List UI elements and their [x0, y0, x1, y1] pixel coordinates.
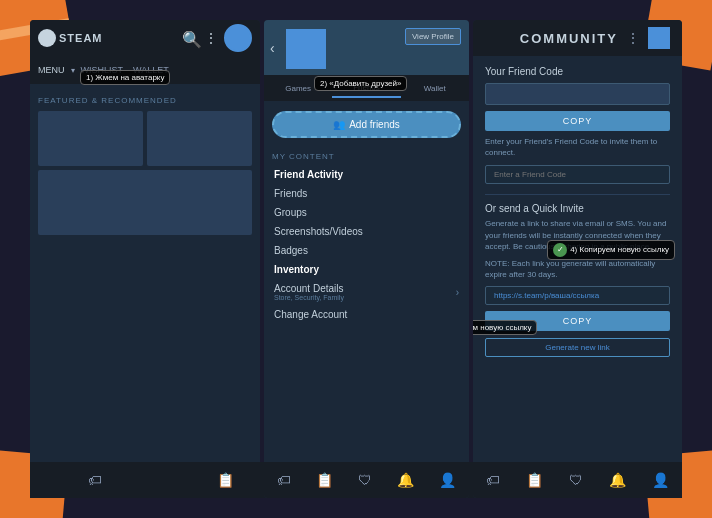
community-panel: COMMUNITY ⋮ Your Friend Code COPY Enter …: [473, 20, 682, 498]
note-text: NOTE: Each link you generate will automa…: [485, 258, 670, 280]
right-shield-icon[interactable]: 🛡: [569, 472, 583, 488]
profile-tab-wallet[interactable]: Wallet: [401, 80, 469, 97]
featured-item-1: [38, 111, 143, 166]
annotation-4-tooltip: ✓ 4) Копируем новую ссылку: [547, 240, 675, 260]
friend-code-section: Your Friend Code COPY Enter your Friend'…: [485, 66, 670, 184]
menu-item-friends[interactable]: Friends: [272, 184, 461, 203]
friend-code-input[interactable]: [485, 83, 670, 105]
my-content-label: MY CONTENT: [272, 152, 461, 161]
add-friends-label: Add friends: [349, 119, 400, 130]
menu-item-groups[interactable]: Groups: [272, 203, 461, 222]
annotation-3-text: 3) Создаем новую ссылку: [473, 323, 531, 332]
middle-list-icon[interactable]: 📋: [316, 472, 333, 488]
bottom-list-icon[interactable]: 📋: [217, 472, 234, 488]
quick-invite-section: Or send a Quick Invite Generate a link t…: [485, 203, 670, 357]
profile-header: ‹ View Profile: [264, 20, 469, 75]
link-url-text: https://s.team/p/ваша/ссылка: [494, 291, 599, 300]
middle-bell-icon[interactable]: 🔔: [397, 472, 414, 488]
right-bottom-nav: 🏷 📋 🛡 🔔 👤: [473, 462, 682, 498]
annotation-3-tooltip: 3) Создаем новую ссылку: [473, 320, 537, 335]
left-bottom-nav: 🏷 📋 🛡 🔔 ☰: [30, 462, 260, 498]
profile-panel: ‹ View Profile 2) «Добавить друзей» Game…: [264, 20, 469, 498]
menu-dots-icon[interactable]: ⋮: [204, 30, 218, 46]
link-display: https://s.team/p/ваша/ссылка: [485, 286, 670, 305]
bottom-tag-icon[interactable]: 🏷: [88, 472, 102, 488]
steam-client-panel: STEAM 🔍 ⋮ 1) Жмем на аватарку MENU ▾ WIS…: [30, 20, 260, 498]
featured-item-2: [147, 111, 252, 166]
back-arrow-icon[interactable]: ‹: [270, 40, 275, 56]
community-avatar: [648, 27, 670, 49]
community-content: Your Friend Code COPY Enter your Friend'…: [473, 56, 682, 462]
annotation-1-tooltip: 1) Жмем на аватарку: [80, 70, 170, 85]
featured-label: FEATURED & RECOMMENDED: [38, 96, 252, 105]
middle-user-icon[interactable]: 👤: [439, 472, 456, 488]
main-container: STEAM 🔍 ⋮ 1) Жмем на аватарку MENU ▾ WIS…: [30, 20, 682, 498]
steam-label: STEAM: [59, 32, 103, 44]
right-tag-icon[interactable]: 🏷: [486, 472, 500, 488]
nav-tab-menu[interactable]: MENU: [34, 63, 69, 77]
search-icon[interactable]: 🔍: [182, 30, 198, 46]
menu-item-screenshots[interactable]: Screenshots/Videos: [272, 222, 461, 241]
steam-header: STEAM 🔍 ⋮: [30, 20, 260, 56]
steam-icon: [38, 29, 56, 47]
right-list-icon[interactable]: 📋: [526, 472, 543, 488]
menu-item-account-details[interactable]: Account Details Store, Security, Family …: [272, 279, 461, 305]
quick-invite-title: Or send a Quick Invite: [485, 203, 670, 214]
featured-grid: [38, 111, 252, 235]
enter-friend-code-input[interactable]: [485, 165, 670, 184]
community-header: COMMUNITY ⋮: [473, 20, 682, 56]
divider: [485, 194, 670, 195]
menu-item-inventory[interactable]: Inventory: [272, 260, 461, 279]
menu-dropdown-arrow: ▾: [71, 66, 75, 75]
right-user-icon[interactable]: 👤: [652, 472, 669, 488]
annotation-2-tooltip: 2) «Добавить друзей»: [314, 76, 407, 91]
user-avatar[interactable]: [224, 24, 252, 52]
header-icons: 🔍 ⋮: [182, 24, 252, 52]
copy-friend-code-button[interactable]: COPY: [485, 111, 670, 131]
annotation-1-text: 1) Жмем на аватарку: [86, 73, 164, 82]
annotation-2-text: 2) «Добавить друзей»: [320, 79, 401, 88]
menu-item-badges[interactable]: Badges: [272, 241, 461, 260]
check-icon: ✓: [553, 243, 567, 257]
steam-logo: STEAM: [38, 29, 103, 47]
profile-avatar: [286, 29, 326, 69]
left-content: FEATURED & RECOMMENDED: [30, 84, 260, 243]
middle-tag-icon[interactable]: 🏷: [277, 472, 291, 488]
generate-new-link-button[interactable]: Generate new link: [485, 338, 670, 357]
right-bell-icon[interactable]: 🔔: [609, 472, 626, 488]
community-title: COMMUNITY: [520, 31, 618, 46]
menu-item-friend-activity[interactable]: Friend Activity: [272, 165, 461, 184]
community-menu-icon[interactable]: ⋮: [626, 30, 640, 46]
middle-shield-icon[interactable]: 🛡: [358, 472, 372, 488]
friend-code-title: Your Friend Code: [485, 66, 670, 77]
account-details-arrow: ›: [456, 287, 459, 298]
featured-item-3: [38, 170, 252, 235]
view-profile-button[interactable]: View Profile: [405, 28, 461, 45]
annotation-4-text: 4) Копируем новую ссылку: [570, 245, 669, 254]
my-content-section: MY CONTENT Friend Activity Friends Group…: [264, 148, 469, 328]
add-friends-button[interactable]: 👥 Add friends: [272, 111, 461, 138]
menu-item-change-account[interactable]: Change Account: [272, 305, 461, 324]
middle-bottom-nav: 🏷 📋 🛡 🔔 👤: [264, 462, 469, 498]
add-friends-icon: 👥: [333, 119, 345, 130]
invite-description: Enter your Friend's Friend Code to invit…: [485, 136, 670, 158]
